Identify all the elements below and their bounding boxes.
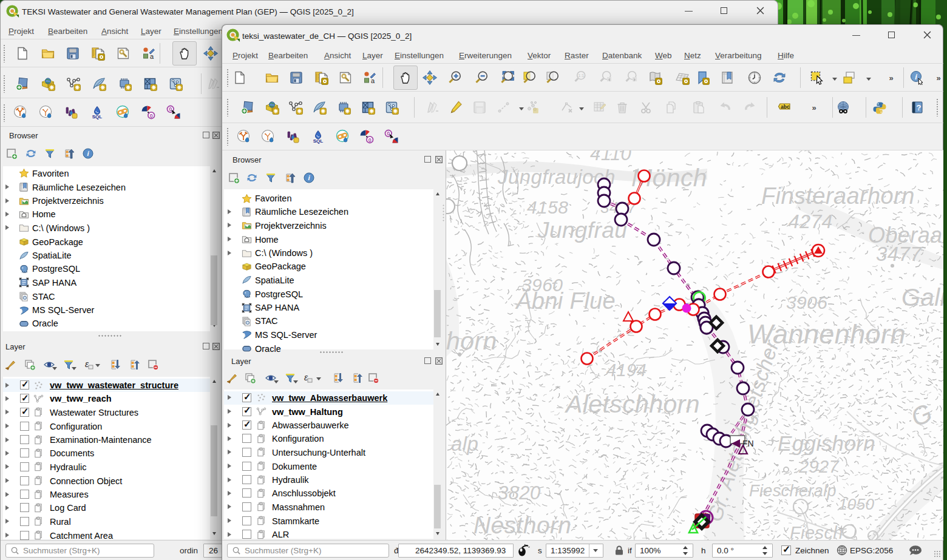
svg-text:Aletschhorn: Aletschhorn	[564, 390, 700, 418]
svg-text:i: i	[915, 72, 917, 81]
svg-text:1:1: 1:1	[578, 73, 584, 78]
svg-text:4110: 4110	[590, 150, 631, 164]
svg-text:Fiesch: Fiesch	[790, 523, 843, 540]
svg-text:0: 0	[387, 130, 390, 137]
svg-text:Jungfrau: Jungfrau	[537, 218, 627, 243]
svg-text:Finsteraarhorn: Finsteraarhorn	[761, 183, 915, 209]
svg-text:3820: 3820	[498, 482, 541, 504]
svg-text:3477: 3477	[876, 243, 922, 265]
svg-text:4158: 4158	[527, 197, 568, 217]
svg-text:SQL: SQL	[92, 114, 103, 120]
svg-text:2927: 2927	[798, 457, 840, 476]
svg-text:?: ?	[917, 103, 922, 112]
svg-text:a: a	[371, 77, 375, 84]
svg-text:0: 0	[169, 106, 172, 112]
svg-text:4194: 4194	[606, 360, 647, 380]
svg-text:a: a	[150, 53, 154, 60]
svg-text:SQL: SQL	[313, 138, 324, 144]
svg-text:Galmi: Galmi	[901, 284, 943, 311]
svg-text:horn: horn	[446, 327, 497, 355]
svg-text:Nesthorn: Nesthorn	[473, 512, 571, 538]
svg-text:4274: 4274	[789, 211, 833, 232]
svg-text:0: 0	[368, 137, 372, 143]
svg-text:»: »	[936, 73, 940, 83]
svg-text:abc: abc	[781, 104, 790, 110]
svg-text:3906: 3906	[786, 292, 827, 312]
svg-text:Eggishorn: Eggishorn	[778, 431, 875, 455]
svg-text:»: »	[812, 103, 816, 112]
svg-text:0: 0	[150, 113, 153, 119]
svg-text:1050: 1050	[838, 495, 875, 513]
svg-text:Äbni Flue: Äbni Flue	[515, 288, 616, 314]
svg-text:Fiescheralp: Fiescheralp	[749, 482, 837, 500]
svg-text:»: »	[889, 73, 893, 83]
svg-text:alp: alp	[451, 433, 478, 455]
